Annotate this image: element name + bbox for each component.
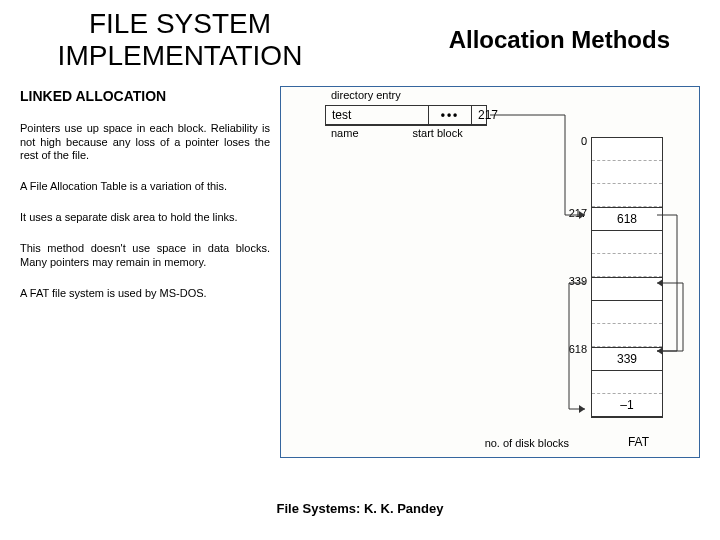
paragraph-1: Pointers use up space in each block. Rel…: [20, 122, 270, 162]
fat-index-339: 339: [557, 275, 587, 287]
fat-cell-blank: [592, 371, 662, 394]
dir-name-value: test: [326, 106, 429, 124]
page-title-right: Allocation Methods: [320, 8, 680, 54]
fat-cell-blank: [592, 231, 662, 254]
paragraph-4: This method doesn't use space in data bl…: [20, 242, 270, 268]
fat-diagram: directory entry test ••• 217 name start …: [280, 86, 700, 458]
subheading: LINKED ALLOCATION: [20, 88, 270, 104]
fat-cell-217: 618: [592, 207, 662, 231]
fat-cell-last: –1: [592, 394, 662, 417]
fat-cell-blank: [592, 184, 662, 207]
fat-table: 618 339 –1: [591, 137, 663, 418]
dir-dots: •••: [429, 106, 472, 124]
svg-marker-3: [579, 405, 585, 413]
dir-start-value: 217: [472, 106, 504, 124]
fat-index-0: 0: [557, 135, 587, 147]
fat-cell-blank: [592, 254, 662, 277]
fat-cell-blank: [592, 161, 662, 184]
fat-count-label: no. of disk blocks: [485, 437, 569, 449]
fat-cell-339: [592, 277, 662, 301]
text-column: LINKED ALLOCATION Pointers use up space …: [20, 72, 270, 458]
fat-cell-blank: [592, 301, 662, 324]
fat-index-618: 618: [557, 343, 587, 355]
paragraph-3: It uses a separate disk area to hold the…: [20, 211, 270, 224]
dir-start-label: start block: [413, 127, 463, 139]
fat-cell-blank: [592, 324, 662, 347]
fat-cell-blank: [592, 138, 662, 161]
fat-cell-618: 339: [592, 347, 662, 371]
fat-title: FAT: [628, 435, 649, 449]
fat-index-217: 217: [557, 207, 587, 219]
paragraph-2: A File Allocation Table is a variation o…: [20, 180, 270, 193]
dir-name-label: name: [331, 127, 359, 139]
footer-text: File Systems: K. K. Pandey: [0, 501, 720, 516]
dir-caption: directory entry: [331, 89, 401, 101]
directory-entry-box: test ••• 217: [325, 105, 487, 126]
page-title-left: FILE SYSTEM IMPLEMENTATION: [40, 8, 320, 72]
paragraph-5: A FAT file system is used by MS-DOS.: [20, 287, 270, 300]
